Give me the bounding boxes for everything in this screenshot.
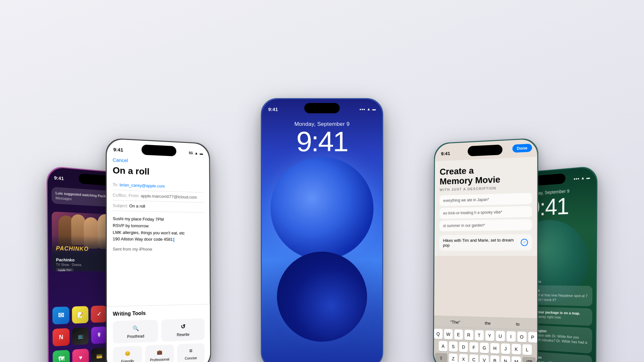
friendly-button[interactable]: 😊 Friendly [113,346,142,362]
professional-button[interactable]: 💼 Professional [145,344,174,362]
proofread-label: Proofread [127,334,144,339]
dynamic-island-2 [142,144,176,156]
status-time-4: 9:41 [441,150,450,156]
text-cursor [174,237,174,242]
key-j[interactable]: J [501,343,510,354]
battery-icon-5: ▬ [586,175,590,180]
lock-time: 9:41 [262,127,382,156]
key-m[interactable]: M [512,356,521,362]
keyboard-suggestions: "The" the to [435,318,536,330]
proofread-button[interactable]: 🔍 Proofread [113,320,158,344]
key-b[interactable]: B [490,355,499,362]
professional-icon: 💼 [156,348,164,356]
rewrite-label: Rewrite [177,332,189,337]
keyboard-row-1: Q W E R T Y U I O P [435,329,536,343]
email-title: On a roll [113,165,204,179]
keyboard-area: "The" the to Q W E R T Y U I [434,315,537,362]
done-button[interactable]: Done [512,144,532,153]
notes-icon[interactable]: 📝 [72,306,89,324]
email-body[interactable]: Sushi my place Friday 7PM RSVP by tomorr… [113,216,204,243]
email-content: On a roll To: brian_carey@apple.com Cc/B… [107,165,209,252]
key-f[interactable]: F [469,342,478,353]
tv-icon[interactable]: 📺 [72,327,89,345]
status-time-3: 9:41 [268,107,278,112]
suggestion-1[interactable]: "The" [450,320,460,325]
key-c[interactable]: C [469,354,478,362]
phone-center-blue: 9:41 ●●● ▲ ▬ Monday, September 9 9:41 [261,98,383,362]
memory-movie-section: Create aMemory Movie WITH JUST A DESCRIP… [434,157,537,255]
dynamic-island-4 [468,144,502,156]
notif-time-4: 35m ago [548,361,561,362]
key-backspace[interactable]: ⌫ [523,357,536,362]
key-w[interactable]: W [444,329,453,339]
suggestion-2[interactable]: the [485,321,491,326]
submit-check-icon[interactable]: ✓ [521,239,528,246]
concise-button[interactable]: ≡ Concise [177,343,204,362]
battery-icon-2: ▬ [200,152,203,155]
key-y[interactable]: Y [485,330,494,341]
key-q[interactable]: Q [434,329,442,339]
show-title: Pachinko [56,245,89,252]
key-l[interactable]: L [523,344,532,355]
signal-icon-3: ●●● [359,107,365,111]
rewrite-button[interactable]: ↺ Rewrite [161,318,205,341]
phone-teal-memory: 9:41 ●●● ▲ ▬ Done Create aMemory Movie W… [433,138,538,362]
key-k[interactable]: K [512,344,521,355]
key-d[interactable]: D [459,342,468,352]
wallet-icon[interactable]: 💳 [91,347,107,362]
key-v[interactable]: V [480,355,489,362]
maps-icon[interactable]: 🗺 [53,350,70,362]
sent-from-text: Sent from my iPhone [113,247,204,252]
status-icons-2: 5G ▲ ▬ [189,151,203,156]
key-n[interactable]: N [501,356,510,362]
status-icons-3: ●●● ▲ ▬ [359,107,376,111]
signal-icon-5: ●●● [573,177,579,181]
key-r[interactable]: R [464,330,473,340]
key-i[interactable]: I [507,331,516,342]
memory-prompt-3: st summer in our garden* [440,219,532,231]
memory-prompt-2: eo trick-or-treating h a spooky vibe* [440,206,532,219]
concise-icon: ≡ [187,347,194,355]
email-line-2: RSVP by tomorrow [113,222,204,230]
rewrite-icon: ↺ [179,323,187,331]
mail-icon[interactable]: ✉ [52,307,70,325]
key-g[interactable]: G [480,342,489,353]
wifi-icon-5: ▲ [581,176,585,181]
email-subject-value: On a roll [129,203,145,209]
suggestion-3[interactable]: to [516,321,519,327]
key-t[interactable]: T [475,330,484,341]
key-shift[interactable]: ⇧ [435,353,447,362]
show-badge: Apple TV+ [56,268,73,271]
health-icon[interactable]: ♥ [72,348,89,362]
writing-tools-section: Writing Tools 🔍 Proofread ↺ Rewrite [107,304,210,362]
writing-tools-row: 😊 Friendly 💼 Professional ≡ Concise [113,343,204,362]
email-to-value: brian_carey@apple.com [119,182,165,189]
wifi-icon-2: ▲ [194,151,198,155]
wallpaper-circle-bottom [277,252,367,342]
key-u[interactable]: U [496,331,505,341]
news-app-icon[interactable]: N [52,328,70,347]
concise-label: Concise [185,356,197,360]
status-time-2: 9:41 [113,146,123,153]
email-line-3: LMK allergies, things you won't eat, etc [113,229,204,237]
key-a[interactable]: A [439,341,448,351]
writing-tools-grid: 🔍 Proofread ↺ Rewrite [113,318,204,343]
key-h[interactable]: H [490,343,499,354]
reminders-icon[interactable]: ✓ [91,305,107,323]
key-p[interactable]: P [528,332,537,343]
signal-5g-icon: 5G [189,151,193,155]
key-s[interactable]: S [449,341,458,352]
memory-current-input[interactable]: Hikes with Tim and Marie, set to dream p… [439,234,532,251]
podcasts-icon[interactable]: 🎙 [91,326,107,344]
friendly-icon: 😊 [124,349,131,358]
key-z[interactable]: Z [449,353,458,362]
key-o[interactable]: O [517,331,526,342]
professional-label: Professional [150,357,169,362]
email-subject-field: Subject: On a roll [113,200,204,213]
memory-prompts: everything we ate in Japan* eo trick-or-… [440,193,532,231]
key-e[interactable]: E [454,330,463,340]
cancel-button[interactable]: Cancel [113,157,128,163]
status-icons-5: ●●● ▲ ▬ [573,175,590,181]
email-from-value: apple.marcom077@icloud.com [141,193,197,200]
key-x[interactable]: X [459,354,468,362]
